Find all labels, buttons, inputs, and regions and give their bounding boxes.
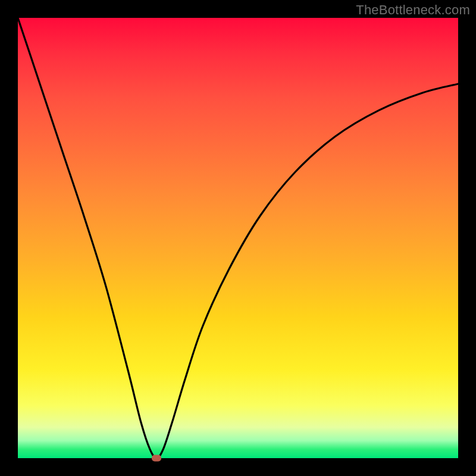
bottleneck-curve-path [18,18,458,458]
chart-frame: TheBottleneck.com [0,0,476,476]
minimum-marker [152,455,161,462]
curve-svg [18,18,458,458]
watermark-text: TheBottleneck.com [356,2,470,18]
plot-area [18,18,458,458]
